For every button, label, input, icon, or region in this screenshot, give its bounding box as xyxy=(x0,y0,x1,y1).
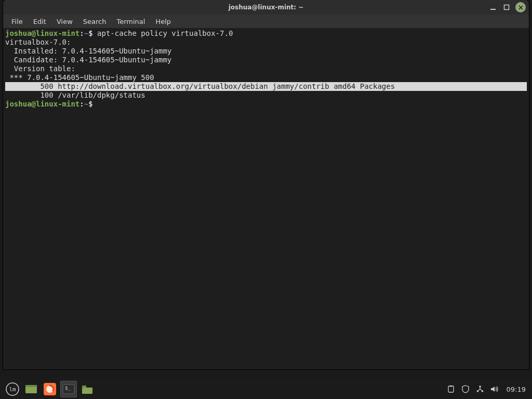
svg-text:$_: $_ xyxy=(65,385,71,391)
svg-rect-10 xyxy=(82,385,86,388)
menu-file[interactable]: File xyxy=(7,16,27,27)
volume-icon[interactable] xyxy=(490,384,499,394)
taskbar: lm $_ 09:19 xyxy=(0,379,532,399)
output-line: Installed: 7.0.4-154605~Ubuntu~jammy xyxy=(5,47,171,55)
taskbar-right: 09:19 xyxy=(446,384,528,394)
titlebar[interactable]: joshua@linux-mint: ~ xyxy=(3,0,529,15)
prompt-dollar: $ xyxy=(88,29,92,37)
network-icon[interactable] xyxy=(475,384,485,394)
terminal-window: joshua@linux-mint: ~ File Edit View Sear… xyxy=(3,0,529,369)
firefox-icon[interactable] xyxy=(42,381,58,397)
maximize-button[interactable] xyxy=(502,3,511,12)
output-line: virtualbox-7.0: xyxy=(5,38,71,46)
window-title: joshua@linux-mint: ~ xyxy=(229,4,304,11)
prompt-path: ~ xyxy=(84,29,88,37)
files-icon[interactable] xyxy=(79,381,96,397)
window-controls xyxy=(488,2,526,12)
output-line: 100 /var/lib/dpkg/status xyxy=(5,91,145,99)
svg-rect-1 xyxy=(504,5,509,10)
start-menu-button[interactable]: lm xyxy=(4,381,21,397)
svg-text:lm: lm xyxy=(9,386,16,393)
menu-terminal[interactable]: Terminal xyxy=(112,16,149,27)
shield-icon[interactable] xyxy=(461,384,470,394)
output-line: Version table: xyxy=(5,64,75,73)
close-button[interactable] xyxy=(515,2,526,12)
clipboard-icon[interactable] xyxy=(446,384,456,394)
clock[interactable]: 09:19 xyxy=(504,385,528,393)
output-line: Candidate: 7.0.4-154605~Ubuntu~jammy xyxy=(5,56,171,64)
prompt-user: joshua@linux-mint xyxy=(5,100,79,108)
taskbar-left: lm $_ xyxy=(4,381,96,397)
svg-rect-11 xyxy=(448,386,454,392)
prompt-path: ~ xyxy=(84,100,88,108)
prompt-sep: : xyxy=(79,100,84,108)
terminal-task-icon[interactable]: $_ xyxy=(60,381,77,397)
menu-view[interactable]: View xyxy=(52,16,77,27)
menubar: File Edit View Search Terminal Help xyxy=(3,15,529,28)
command-text: apt-cache policy virtualbox-7.0 xyxy=(97,29,233,37)
terminal-body[interactable]: joshua@linux-mint:~$ apt-cache policy vi… xyxy=(3,28,529,111)
minimize-button[interactable] xyxy=(488,3,498,12)
svg-rect-12 xyxy=(450,385,452,387)
prompt-dollar: $ xyxy=(88,100,92,108)
output-line: *** 7.0.4-154605~Ubuntu~jammy 500 xyxy=(5,73,154,82)
svg-rect-0 xyxy=(490,9,496,10)
svg-rect-5 xyxy=(25,385,37,387)
show-desktop-button[interactable] xyxy=(23,381,39,397)
prompt-sep: : xyxy=(79,29,84,37)
prompt-user: joshua@linux-mint xyxy=(5,29,79,37)
menu-edit[interactable]: Edit xyxy=(29,16,50,27)
menu-help[interactable]: Help xyxy=(151,16,175,27)
menu-search[interactable]: Search xyxy=(79,16,111,27)
svg-point-13 xyxy=(479,385,481,388)
output-line-highlighted: 500 http://download.virtualbox.org/virtu… xyxy=(5,82,527,91)
